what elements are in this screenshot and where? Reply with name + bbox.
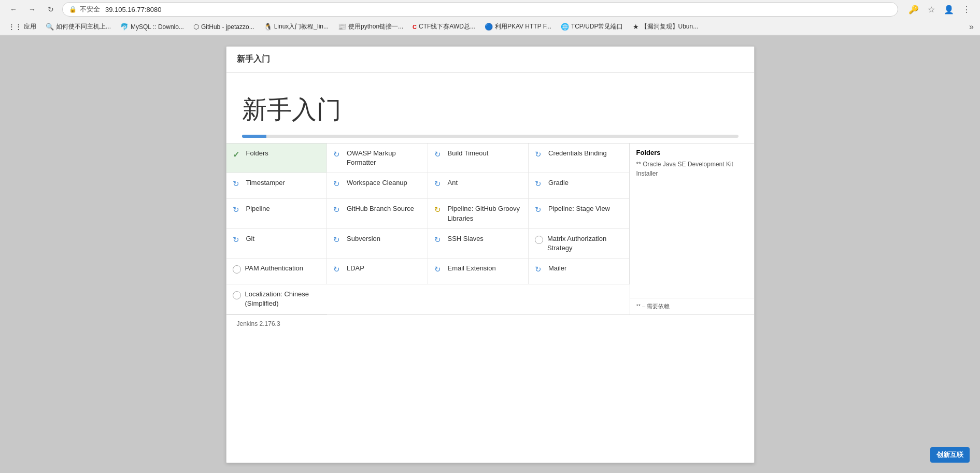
user-icon[interactable]: 👤 xyxy=(942,2,956,17)
plugin-icon-git: ↻ xyxy=(233,235,242,245)
menu-dots-icon[interactable]: ⋮ xyxy=(959,2,974,17)
plugin-icon-owasp: ↻ xyxy=(333,150,343,159)
plugin-cell-build-timeout[interactable]: ↻Build Timeout xyxy=(428,144,529,173)
plugin-icon-github-branch-source: ↻ xyxy=(333,205,343,214)
bookmark-host[interactable]: 🔍 如何使不同主机上... xyxy=(41,21,115,32)
panel-header-title: 新手入门 xyxy=(237,54,270,63)
security-label: 不安全 xyxy=(80,5,100,14)
plugin-name-pam-auth: PAM Authentication xyxy=(245,264,304,273)
plugin-icon-credentials-binding: ↻ xyxy=(535,150,544,159)
plugin-name-matrix-auth: Matrix Authorization Strategy xyxy=(547,234,623,253)
bookmark-icon-ubun: ★ xyxy=(633,23,639,31)
plugin-name-ldap: LDAP xyxy=(347,264,364,273)
plugin-name-ant: Ant xyxy=(448,178,458,188)
plugin-cell-github-branch-source[interactable]: ↻GitHub Branch Source xyxy=(327,199,428,228)
plugin-icon-localization-chinese xyxy=(233,291,241,299)
info-sidebar: Folders ** Oracle Java SE Development Ki… xyxy=(630,143,754,314)
page-area: 新手入门 新手入门 ✓Folders↻OWASP Markup Formatte… xyxy=(0,36,980,473)
bookmark-pkav-label: 利用PKAV HTTP F... xyxy=(495,22,551,31)
jenkins-version: Jenkins 2.176.3 xyxy=(237,320,280,327)
plugin-cell-subversion[interactable]: ↻Subversion xyxy=(327,229,428,259)
bookmark-apps-label: 应用 xyxy=(24,22,36,31)
plugin-icon-matrix-auth xyxy=(535,236,543,244)
plugin-name-build-timeout: Build Timeout xyxy=(448,149,489,158)
bookmarks-more-button[interactable]: » xyxy=(967,20,976,34)
bookmark-mysql[interactable]: 🐬 MySQL :: Downlo... xyxy=(116,22,188,32)
plugin-name-pipeline: Pipeline xyxy=(246,204,270,213)
bookmarks-bar: ⋮⋮ 应用 🔍 如何使不同主机上... 🐬 MySQL :: Downlo...… xyxy=(0,19,980,35)
plugin-cell-email-extension[interactable]: ↻Email Extension xyxy=(428,259,529,284)
plugin-cell-pipeline-github-groovy[interactable]: ↻Pipeline: GitHub Groovy Libraries xyxy=(428,199,529,228)
plugin-icon-ldap: ↻ xyxy=(333,265,343,274)
bookmark-pkav[interactable]: 🔵 利用PKAV HTTP F... xyxy=(480,21,556,32)
bookmark-ubun-label: 【漏洞复现】Ubun... xyxy=(641,22,699,31)
bookmark-icon-linux: 🐧 xyxy=(264,23,272,31)
plugin-cell-git[interactable]: ↻Git xyxy=(226,229,328,259)
plugin-cell-ssh-slaves[interactable]: ↻SSH Slaves xyxy=(428,229,529,259)
plugin-cell-owasp[interactable]: ↻OWASP Markup Formatter xyxy=(327,144,428,173)
plugin-icon-build-timeout: ↻ xyxy=(434,150,444,159)
plugin-cell-timestamper[interactable]: ↻Timestamper xyxy=(226,173,328,199)
progress-bar-fill xyxy=(242,135,267,138)
panel-header: 新手入门 xyxy=(226,47,754,73)
bookmark-tcp[interactable]: 🌐 TCP/UDP常见端口 xyxy=(557,21,628,32)
info-sidebar-description: ** Oracle Java SE Development Kit Instal… xyxy=(636,160,748,178)
watermark: 创新互联 xyxy=(930,447,970,463)
plugin-icon-email-extension: ↻ xyxy=(434,265,444,274)
progress-bar-container xyxy=(242,135,738,138)
plugin-name-github-branch-source: GitHub Branch Source xyxy=(347,204,414,213)
browser-titlebar: ← → ↻ 🔒 不安全 39.105.16.77:8080 🔑 ☆ 👤 ⋮ xyxy=(0,0,980,19)
plugin-cell-credentials-binding[interactable]: ↻Credentials Binding xyxy=(529,144,630,173)
content-area: ✓Folders↻OWASP Markup Formatter↻Build Ti… xyxy=(226,143,754,314)
plugin-cell-pipeline-stage-view[interactable]: ↻Pipeline: Stage View xyxy=(529,199,630,228)
plugin-name-gradle: Gradle xyxy=(548,178,569,188)
plugin-name-subversion: Subversion xyxy=(347,234,380,243)
plugin-icon-pam-auth xyxy=(233,265,241,274)
plugin-icon-ant: ↻ xyxy=(434,179,444,189)
plugin-cell-ldap[interactable]: ↻LDAP xyxy=(327,259,428,284)
bookmark-apps[interactable]: ⋮⋮ 应用 xyxy=(4,21,40,32)
plugin-cell-localization-chinese[interactable]: Localization: Chinese (Simplified) xyxy=(226,284,328,314)
plugin-cell-workspace-cleanup[interactable]: ↻Workspace Cleanup xyxy=(327,173,428,199)
back-button[interactable]: ← xyxy=(6,2,21,17)
plugin-icon-subversion: ↻ xyxy=(333,235,343,245)
plugin-cell-pam-auth[interactable]: PAM Authentication xyxy=(226,259,328,284)
plugin-cell-matrix-auth[interactable]: Matrix Authorization Strategy xyxy=(529,229,630,259)
bookmark-ctf-label: CTF线下赛AWD总... xyxy=(419,22,475,31)
plugin-columns: ✓Folders↻OWASP Markup Formatter↻Build Ti… xyxy=(226,143,630,314)
plugin-cell-ant[interactable]: ↻Ant xyxy=(428,173,529,199)
bookmark-mysql-label: MySQL :: Downlo... xyxy=(131,23,184,31)
browser-chrome: ← → ↻ 🔒 不安全 39.105.16.77:8080 🔑 ☆ 👤 ⋮ ⋮⋮… xyxy=(0,0,980,36)
key-icon[interactable]: 🔑 xyxy=(906,2,921,17)
apps-icon: ⋮⋮ xyxy=(8,23,22,31)
plugin-name-git: Git xyxy=(246,234,255,243)
plugin-icon-pipeline-github-groovy: ↻ xyxy=(434,205,444,214)
bookmark-icon-mysql: 🐬 xyxy=(120,23,129,31)
plugin-name-timestamper: Timestamper xyxy=(246,178,285,188)
plugin-cell-mailer[interactable]: ↻Mailer xyxy=(529,259,630,284)
plugin-name-pipeline-github-groovy: Pipeline: GitHub Groovy Libraries xyxy=(448,204,522,223)
bookmark-icon-pkav: 🔵 xyxy=(485,23,493,31)
plugin-icon-mailer: ↻ xyxy=(535,265,544,274)
refresh-button[interactable]: ↻ xyxy=(44,2,58,17)
plugin-name-ssh-slaves: SSH Slaves xyxy=(448,234,484,243)
plugin-icon-gradle: ↻ xyxy=(535,179,544,189)
bookmark-ctf[interactable]: C CTF线下赛AWD总... xyxy=(408,21,479,32)
hero-title: 新手入门 xyxy=(242,93,738,126)
bookmark-github[interactable]: ⬡ GitHub - jpetazzo... xyxy=(189,22,259,32)
bookmark-python[interactable]: 📰 使用python链接一... xyxy=(334,21,407,32)
bookmark-ubun[interactable]: ★ 【漏洞复现】Ubun... xyxy=(629,21,703,32)
plugin-cell-gradle[interactable]: ↻Gradle xyxy=(529,173,630,199)
address-bar[interactable]: 🔒 不安全 39.105.16.77:8080 xyxy=(62,2,898,17)
plugin-cell-folders[interactable]: ✓Folders xyxy=(226,144,328,173)
lock-icon: 🔒 xyxy=(69,6,77,13)
plugin-name-email-extension: Email Extension xyxy=(448,264,496,273)
bookmark-linux[interactable]: 🐧 Linux入门教程_lin... xyxy=(260,21,333,32)
plugin-cell-pipeline[interactable]: ↻Pipeline xyxy=(226,199,328,228)
plugin-name-workspace-cleanup: Workspace Cleanup xyxy=(347,178,407,188)
bookmark-icon-tcp: 🌐 xyxy=(561,23,569,31)
plugin-name-credentials-binding: Credentials Binding xyxy=(548,149,607,158)
bookmark-icon-host: 🔍 xyxy=(46,23,54,31)
bookmark-star-icon[interactable]: ☆ xyxy=(924,2,939,17)
forward-button[interactable]: → xyxy=(25,2,39,17)
